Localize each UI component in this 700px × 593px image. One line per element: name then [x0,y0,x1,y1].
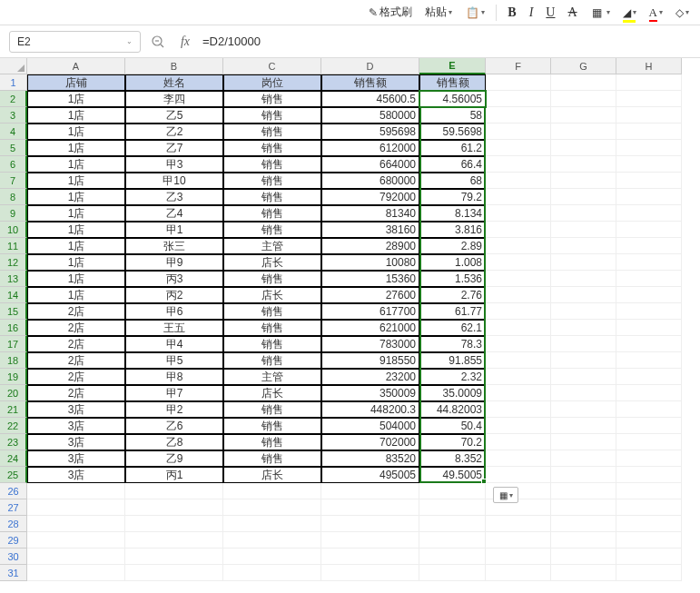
cell-B5[interactable]: 乙7 [125,140,223,156]
cell-F7[interactable] [486,173,551,189]
cell-C19[interactable]: 主管 [223,369,321,385]
cell-G26[interactable] [551,483,616,499]
cell-D17[interactable]: 783000 [321,336,419,352]
cell-C29[interactable] [223,532,321,549]
col-header-E[interactable]: E [419,58,486,74]
cell-H17[interactable] [616,336,682,352]
cell-A25[interactable]: 3店 [27,467,125,483]
cell-C5[interactable]: 销售 [223,140,321,156]
col-header-F[interactable]: F [486,58,551,74]
cell-G6[interactable] [551,156,616,173]
cell-E6[interactable]: 66.4 [419,156,486,173]
cell-G17[interactable] [551,336,616,352]
cell-A22[interactable]: 3店 [27,418,125,434]
cell-E31[interactable] [419,565,486,581]
cell-H24[interactable] [616,450,682,467]
cell-B21[interactable]: 甲2 [125,401,223,418]
cell-D23[interactable]: 702000 [321,434,419,450]
bold-button[interactable]: B [502,3,521,23]
cell-C31[interactable] [223,565,321,581]
cell-G22[interactable] [551,418,616,434]
cell-H14[interactable] [616,287,682,303]
cell-C24[interactable]: 销售 [223,450,321,467]
cell-B8[interactable]: 乙3 [125,189,223,205]
cell-B19[interactable]: 甲8 [125,369,223,385]
cell-E22[interactable]: 50.4 [419,418,486,434]
cell-H12[interactable] [616,254,682,271]
cell-E14[interactable]: 2.76 [419,287,486,303]
cell-D29[interactable] [321,532,419,549]
cell-B26[interactable] [125,483,223,499]
cell-A3[interactable]: 1店 [27,107,125,124]
row-header-24[interactable]: 24 [0,450,27,467]
cell-D22[interactable]: 504000 [321,418,419,434]
cell-D20[interactable]: 350009 [321,385,419,401]
select-all-corner[interactable] [0,58,27,74]
cell-H22[interactable] [616,418,682,434]
cell-H23[interactable] [616,434,682,450]
cell-H30[interactable] [616,549,682,565]
cell-E2[interactable]: 4.56005 [419,91,486,107]
cell-H20[interactable] [616,385,682,401]
cell-H8[interactable] [616,189,682,205]
row-header-9[interactable]: 9 [0,205,27,222]
cell-C12[interactable]: 店长 [223,254,321,271]
cell-A30[interactable] [27,549,125,565]
col-header-B[interactable]: B [125,58,223,74]
cell-B25[interactable]: 丙1 [125,467,223,483]
format-brush-button[interactable]: ✎格式刷 [363,2,418,23]
cell-H31[interactable] [616,565,682,581]
cell-A18[interactable]: 2店 [27,352,125,369]
cell-G31[interactable] [551,565,616,581]
cell-E11[interactable]: 2.89 [419,238,486,254]
cell-E12[interactable]: 1.008 [419,254,486,271]
row-header-6[interactable]: 6 [0,156,27,173]
cell-E25[interactable]: 49.5005 [419,467,486,483]
cell-F21[interactable] [486,401,551,418]
cell-E17[interactable]: 78.3 [419,336,486,352]
cell-G20[interactable] [551,385,616,401]
cell-E24[interactable]: 8.352 [419,450,486,467]
cell-F17[interactable] [486,336,551,352]
cell-A24[interactable]: 3店 [27,450,125,467]
font-color-button[interactable]: A▾ [644,3,668,23]
cell-C6[interactable]: 销售 [223,156,321,173]
cell-B7[interactable]: 甲10 [125,173,223,189]
cell-B13[interactable]: 丙3 [125,271,223,287]
cell-F1[interactable] [486,74,551,91]
underline-button[interactable]: U [540,3,560,23]
row-header-2[interactable]: 2 [0,91,27,107]
clipboard-button[interactable]: 📋▾ [459,3,490,23]
cell-G14[interactable] [551,287,616,303]
row-header-10[interactable]: 10 [0,222,27,238]
cell-G12[interactable] [551,254,616,271]
cell-F11[interactable] [486,238,551,254]
cell-G21[interactable] [551,401,616,418]
col-header-A[interactable]: A [27,58,125,74]
cell-E10[interactable]: 3.816 [419,222,486,238]
border-button[interactable]: ▦▾ [585,3,616,23]
cell-D26[interactable] [321,483,419,499]
cell-E3[interactable]: 58 [419,107,486,124]
cell-A26[interactable] [27,483,125,499]
row-header-28[interactable]: 28 [0,516,27,532]
cell-A13[interactable]: 1店 [27,271,125,287]
row-header-4[interactable]: 4 [0,124,27,140]
row-header-8[interactable]: 8 [0,189,27,205]
cell-A16[interactable]: 2店 [27,320,125,336]
cell-D5[interactable]: 612000 [321,140,419,156]
cell-D27[interactable] [321,499,419,516]
cell-C17[interactable]: 销售 [223,336,321,352]
row-header-17[interactable]: 17 [0,336,27,352]
cell-G4[interactable] [551,124,616,140]
cell-B27[interactable] [125,499,223,516]
cell-G28[interactable] [551,516,616,532]
cell-B12[interactable]: 甲9 [125,254,223,271]
cell-G29[interactable] [551,532,616,549]
cell-D24[interactable]: 83520 [321,450,419,467]
cell-G24[interactable] [551,450,616,467]
cell-E27[interactable] [419,499,486,516]
cell-A15[interactable]: 2店 [27,303,125,320]
cell-G5[interactable] [551,140,616,156]
cell-F23[interactable] [486,434,551,450]
